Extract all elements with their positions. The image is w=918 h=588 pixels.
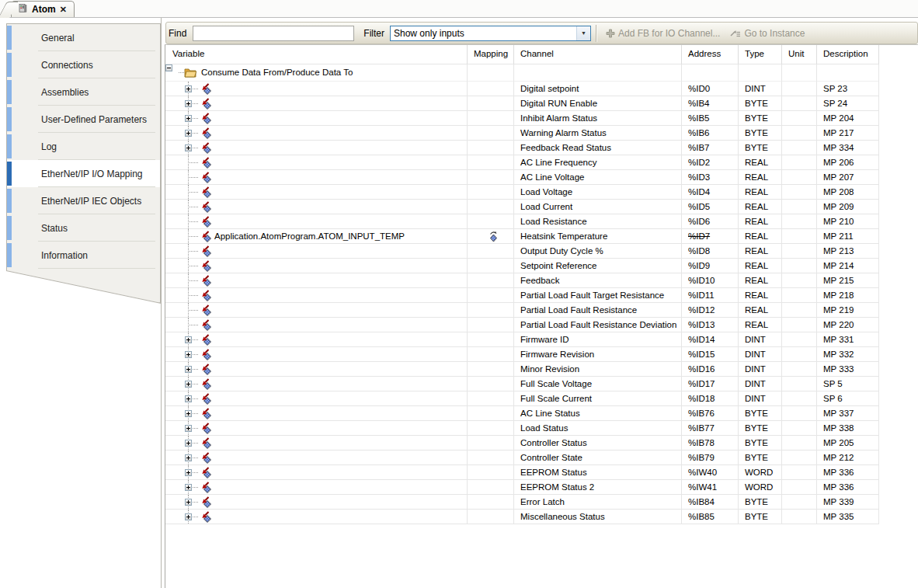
address-cell: %ID4 (682, 185, 739, 200)
address-cell: %IB79 (682, 451, 739, 465)
column-header-variable[interactable]: Variable (165, 45, 468, 64)
add-fb-button[interactable]: Add FB for IO Channel... (601, 24, 725, 43)
sidebar-item-ethernet-ip-iec-objects[interactable]: EtherNet/IP IEC Objects (7, 187, 160, 214)
goto-instance-button[interactable]: Go to Instance (725, 24, 809, 43)
table-row[interactable]: Partial Load Fault Resistance Deviation … (165, 318, 918, 332)
table-row[interactable]: Load Resistance %ID6 REAL MP 210 (165, 214, 918, 229)
sidebar-item-user-defined-parameters[interactable]: User-Defined Parameters (7, 106, 160, 133)
group-label: Consume Data From/Produce Data To (201, 68, 353, 77)
expand-icon[interactable] (185, 366, 192, 373)
group-row[interactable]: Consume Data From/Produce Data To (165, 64, 918, 82)
sidebar-item-status[interactable]: Status (7, 214, 160, 242)
table-row[interactable]: Application.AtomProgram.ATOM_INPUT_TEMP … (165, 229, 918, 244)
input-channel-icon (200, 452, 212, 465)
column-header-address[interactable]: Address (682, 45, 739, 64)
table-row[interactable]: Controller Status %IB78 BYTE MP 205 (165, 436, 918, 451)
sidebar-item-assemblies[interactable]: Assemblies (7, 78, 160, 106)
sidebar-item-label: General (41, 33, 75, 43)
table-row[interactable]: Firmware ID %ID14 DINT MP 331 (165, 332, 918, 347)
table-row[interactable]: EEPROM Status %IW40 WORD MP 336 (165, 465, 918, 480)
mapping-cell (468, 214, 514, 229)
expand-icon[interactable] (185, 440, 192, 447)
table-row[interactable]: AC Line Frequency %ID2 REAL MP 206 (165, 155, 918, 170)
table-row[interactable]: Error Latch %IB84 BYTE MP 339 (165, 495, 918, 510)
table-row[interactable]: Load Status %IB77 BYTE MP 338 (165, 421, 918, 436)
table-row[interactable]: Inhibit Alarm Status %IB5 BYTE MP 204 (165, 111, 918, 126)
type-cell: BYTE (739, 111, 782, 126)
expand-icon[interactable] (185, 85, 192, 92)
expand-icon[interactable] (185, 144, 192, 151)
column-header-unit[interactable]: Unit (782, 45, 817, 64)
column-header-description[interactable]: Description (817, 45, 879, 64)
table-row[interactable]: AC Line Voltage %ID3 REAL MP 207 (165, 170, 918, 185)
expand-icon[interactable] (185, 100, 192, 107)
table-row[interactable]: Miscellaneous Status %IB85 BYTE MP 335 (165, 510, 918, 524)
sidebar-item-connections[interactable]: Connections (7, 51, 160, 78)
column-header-channel[interactable]: Channel (514, 45, 682, 64)
address-cell: %IB7 (682, 141, 739, 155)
expand-icon[interactable] (185, 454, 192, 461)
sidebar-item-log[interactable]: Log (7, 133, 160, 160)
table-row[interactable]: Feedback %ID10 REAL MP 215 (165, 273, 918, 288)
tab-atom[interactable]: Atom ✕ (11, 1, 75, 17)
channel-cell: Partial Load Fault Resistance Deviation (514, 318, 682, 332)
table-row[interactable]: Full Scale Voltage %ID17 DINT SP 5 (165, 377, 918, 391)
filter-combobox[interactable]: Show only inputs ▼ (390, 26, 591, 41)
table-row[interactable]: EEPROM Status 2 %IW41 WORD MP 336 (165, 480, 918, 495)
collapse-icon[interactable] (165, 64, 172, 71)
column-header-type[interactable]: Type (739, 45, 782, 64)
expand-icon[interactable] (185, 395, 192, 402)
table-row[interactable]: Load Voltage %ID4 REAL MP 208 (165, 185, 918, 200)
mapping-cell (468, 436, 514, 451)
expand-icon[interactable] (185, 130, 192, 137)
table-row[interactable]: Partial Load Fault Target Resistance %ID… (165, 288, 918, 303)
sidebar-item-information[interactable]: Information (7, 242, 160, 269)
table-row[interactable]: Digital setpoint %ID0 DINT SP 23 (165, 82, 918, 96)
mapping-cell (468, 126, 514, 141)
expand-icon[interactable] (185, 381, 192, 388)
expand-icon[interactable] (185, 410, 192, 417)
sidebar-item-ethernet-ip-i-o-mapping[interactable]: EtherNet/IP I/O Mapping (7, 160, 160, 187)
expand-icon[interactable] (185, 499, 192, 506)
table-row[interactable]: Controller State %IB79 BYTE MP 212 (165, 451, 918, 465)
unit-cell (782, 126, 817, 141)
close-icon[interactable]: ✕ (60, 5, 67, 14)
expand-icon[interactable] (185, 484, 192, 491)
unit-cell (782, 141, 817, 155)
unit-cell (782, 288, 817, 303)
address-cell: %IB85 (682, 510, 739, 524)
tree-connector (190, 207, 198, 207)
expand-icon[interactable] (185, 115, 192, 122)
description-cell: MP 338 (817, 421, 879, 436)
table-row[interactable]: Warning Alarm Status %IB6 BYTE MP 217 (165, 126, 918, 141)
table-row[interactable]: Partial Load Fault Resistance %ID12 REAL… (165, 303, 918, 318)
expand-icon[interactable] (185, 351, 192, 358)
type-cell: BYTE (739, 141, 782, 155)
tree-connector (190, 236, 198, 237)
type-cell: REAL (739, 259, 782, 273)
table-row[interactable]: Load Current %ID5 REAL MP 209 (165, 200, 918, 214)
expand-icon[interactable] (185, 425, 192, 432)
table-row[interactable]: Output Duty Cycle % %ID8 REAL MP 213 (165, 244, 918, 259)
table-row[interactable]: AC Line Status %IB76 BYTE MP 337 (165, 406, 918, 421)
expand-icon[interactable] (185, 469, 192, 476)
table-row[interactable]: Minor Revision %ID16 DINT MP 333 (165, 362, 918, 377)
table-row[interactable]: Setpoint Reference %ID9 REAL MP 214 (165, 259, 918, 273)
find-input[interactable] (193, 26, 354, 41)
channel-cell: AC Line Frequency (514, 155, 682, 170)
input-channel-icon (200, 98, 212, 111)
input-channel-icon (200, 378, 212, 391)
input-channel-icon (200, 408, 212, 421)
table-row[interactable]: Full Scale Current %ID18 DINT SP 6 (165, 391, 918, 406)
channel-cell: Controller State (514, 451, 682, 465)
expand-icon[interactable] (185, 513, 192, 520)
chevron-down-icon[interactable]: ▼ (576, 26, 590, 40)
type-cell: REAL (739, 185, 782, 200)
address-cell: %IB76 (682, 406, 739, 421)
column-header-mapping[interactable]: Mapping (468, 45, 514, 64)
table-row[interactable]: Digital RUN Enable %IB4 BYTE SP 24 (165, 96, 918, 111)
table-row[interactable]: Feedback Read Status %IB7 BYTE MP 334 (165, 141, 918, 155)
table-row[interactable]: Firmware Revision %ID15 DINT MP 332 (165, 347, 918, 362)
expand-icon[interactable] (185, 336, 192, 343)
sidebar-item-general[interactable]: General (7, 24, 160, 51)
